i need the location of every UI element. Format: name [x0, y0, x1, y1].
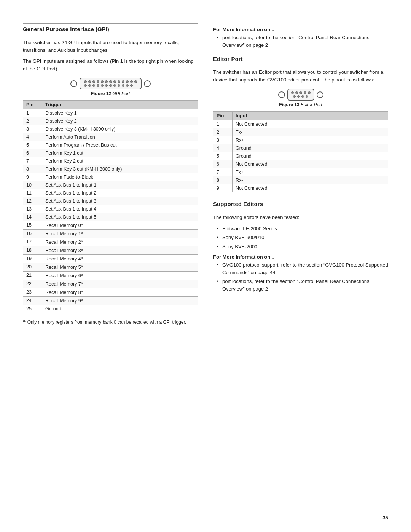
gpi-pin-cell: 15	[23, 221, 42, 230]
left-column: General Purpose Interface (GPI) The swit…	[23, 23, 198, 509]
gpi-table-row: 12Set Aux Bus 1 to Input 3	[23, 197, 198, 205]
dot	[301, 95, 304, 98]
gpi-pin-cell: 24	[23, 297, 42, 305]
gpi-trigger-cell: Set Aux Bus 1 to Input 1	[42, 181, 198, 189]
gpi-pin-cell: 8	[23, 165, 42, 173]
gpi-table-row: 14Set Aux Bus 1 to Input 5	[23, 213, 198, 221]
dot	[88, 80, 91, 83]
gpi-pin-cell: 21	[23, 272, 42, 280]
editor-pin-cell: 5	[213, 152, 233, 160]
gpi-trigger-cell: Recall Memory 6ᵃ	[42, 272, 198, 280]
gpi-table-row: 2Dissolve Key 2	[23, 117, 198, 125]
gpi-body	[80, 78, 142, 89]
editor-input-cell: Not Connected	[233, 184, 388, 192]
gpi-pin-cell: 10	[23, 181, 42, 189]
editor-pin-cell: 2	[213, 128, 233, 136]
editor-table-row: 1Not Connected	[213, 120, 388, 128]
dot	[126, 84, 129, 87]
editor-port-intro: The switcher has an Editor port that all…	[213, 69, 388, 83]
gpi-trigger-cell: Recall Memory 5ᵃ	[42, 263, 198, 272]
dot	[84, 80, 87, 83]
gpi-trigger-cell: Dissolve Key 3 (KM-H 3000 only)	[42, 125, 198, 133]
gpi-table-row: 15Recall Memory 0ᵃ	[23, 221, 198, 230]
gpi-pin-cell: 6	[23, 149, 42, 157]
editor-input-cell: Tx-	[233, 128, 388, 136]
gpi-table-row: 11Set Aux Bus 1 to Input 2	[23, 189, 198, 197]
gpi-trigger-cell: Perform Auto Transition	[42, 133, 198, 141]
gpi-pin-cell: 22	[23, 280, 42, 288]
gpi-table-row: 24Recall Memory 9ᵃ	[23, 297, 198, 305]
supported-editors-intro: The following editors have been tested:	[213, 214, 388, 221]
list-item: Sony BVE-900/910	[217, 234, 388, 241]
dot	[113, 80, 116, 83]
dot	[293, 95, 296, 98]
dot	[297, 95, 300, 98]
editor-table-row: 5Ground	[213, 152, 388, 160]
editor-input-cell: Not Connected	[233, 160, 388, 168]
editor-input-cell: Not Connected	[233, 120, 388, 128]
right-column: For More Information on... port location…	[213, 23, 388, 509]
gpi-table-row: 9Perform Fade-to-Black	[23, 173, 198, 181]
gpi-pin-cell: 2	[23, 117, 42, 125]
page: General Purpose Interface (GPI) The swit…	[0, 0, 411, 532]
dot	[304, 91, 306, 94]
gpi-trigger-cell: Perform Key 3 cut (KM-H 3000 only)	[42, 165, 198, 173]
gpi-col-pin: Pin	[23, 101, 42, 109]
editor-input-cell: Ground	[233, 144, 388, 152]
editor-input-cell: Rx+	[233, 136, 388, 144]
dot	[92, 84, 95, 87]
gpi-pin-cell: 11	[23, 189, 42, 197]
gpi-pin-cell: 12	[23, 197, 42, 205]
dot	[134, 80, 137, 83]
editor-table-row: 3Rx+	[213, 136, 388, 144]
dot	[88, 84, 91, 87]
gpi-table-row: 25Ground	[23, 305, 198, 313]
gpi-pin-cell: 9	[23, 173, 42, 181]
supported-editors-title: Supported Editors	[213, 198, 388, 209]
gpi-table-row: 13Set Aux Bus 1 to Input 4	[23, 205, 198, 213]
for-more-info2-list: GVG100 protocol support, refer to the se…	[213, 261, 388, 292]
editor-connector	[278, 89, 323, 101]
dot	[295, 91, 298, 94]
gpi-pin-cell: 7	[23, 157, 42, 165]
gpi-table-row: 7Perform Key 2 cut	[23, 157, 198, 165]
dot	[105, 80, 108, 83]
editor-pin-cell: 8	[213, 176, 233, 184]
supported-editors-list: Editware LE-2000 SeriesSony BVE-900/910S…	[213, 225, 388, 251]
dot	[122, 84, 124, 87]
gpi-table-row: 6Perform Key 1 cut	[23, 149, 198, 157]
editor-pin-cell: 4	[213, 144, 233, 152]
editor-pin-cell: 7	[213, 168, 233, 176]
dot	[97, 80, 99, 83]
gpi-pin-cell: 1	[23, 109, 42, 117]
gpi-pin-cell: 20	[23, 263, 42, 272]
gpi-trigger-cell: Recall Memory 4ᵃ	[42, 255, 198, 263]
gpi-left-circle	[70, 80, 77, 87]
editor-table: Pin Input 1Not Connected2Tx-3Rx+4Ground5…	[213, 111, 388, 192]
gpi-trigger-cell: Perform Program / Preset Bus cut	[42, 141, 198, 149]
gpi-trigger-cell: Perform Key 1 cut	[42, 149, 198, 157]
gpi-pin-cell: 14	[23, 213, 42, 221]
gpi-pin-cell: 19	[23, 255, 42, 263]
dot	[101, 80, 104, 83]
dot	[105, 84, 108, 87]
gpi-trigger-cell: Ground	[42, 305, 198, 313]
editor-col-input: Input	[233, 112, 388, 120]
list-item: GVG100 protocol support, refer to the se…	[217, 261, 388, 276]
gpi-trigger-cell: Recall Memory 0ᵃ	[42, 221, 198, 230]
editor-figure-caption: Figure 13 Editor Port	[279, 102, 322, 107]
editor-table-row: 4Ground	[213, 144, 388, 152]
dot	[97, 84, 99, 87]
gpi-pin-cell: 17	[23, 238, 42, 246]
gpi-trigger-cell: Recall Memory 8ᵃ	[42, 288, 198, 297]
gpi-dot-row-2	[84, 84, 137, 87]
editor-table-row: 9Not Connected	[213, 184, 388, 192]
gpi-pin-cell: 25	[23, 305, 42, 313]
editor-body	[287, 89, 314, 101]
gpi-trigger-cell: Recall Memory 2ᵃ	[42, 238, 198, 246]
dot	[109, 80, 112, 83]
gpi-pin-cell: 13	[23, 205, 42, 213]
gpi-trigger-cell: Set Aux Bus 1 to Input 2	[42, 189, 198, 197]
dot	[306, 95, 308, 98]
dot	[101, 84, 104, 87]
